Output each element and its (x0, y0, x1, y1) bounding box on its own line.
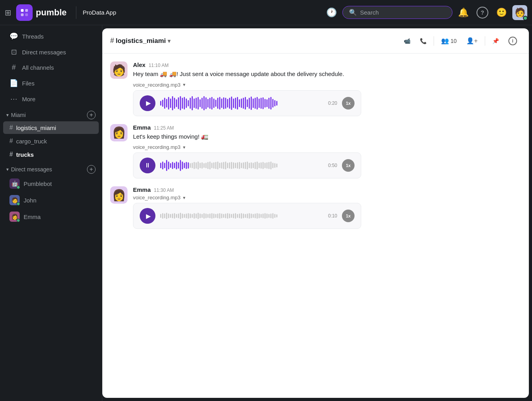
voice-call-button[interactable]: 📞 (416, 35, 430, 46)
dm-item-john[interactable]: 🧑 John (3, 192, 99, 208)
emma-voice-file-label-2[interactable]: voice_recording.mp3 ▾ (133, 195, 521, 200)
emma-voice-player-2: ▶ 0:10 1x (133, 203, 361, 229)
top-header: ⊞ pumble ProData App 🕐 🔍 🔔 ? 🙂 🧑 (0, 0, 532, 25)
dm-chevron-icon: ▾ (6, 167, 9, 172)
emma-speed-button-1[interactable]: 1x (342, 159, 355, 172)
emma-speed-button-2[interactable]: 1x (342, 210, 355, 222)
emma-avatar-msg2: 👩 (110, 124, 127, 141)
alex-speed-button[interactable]: 1x (342, 97, 355, 110)
emma-play-button-2[interactable]: ▶ (140, 208, 155, 224)
app-name: pumble (36, 7, 66, 18)
members-icon: 👥 (441, 37, 449, 45)
emma-message-content-1: Emma 11:25 AM Let's keep things moving! … (133, 124, 521, 179)
emma-voice-player-1: ⏸ 0:50 1x (133, 152, 361, 178)
dm-icon: ⊡ (9, 48, 18, 56)
add-channel-button[interactable]: + (87, 111, 96, 119)
voice-chevron-1: ▾ (183, 82, 185, 87)
alex-waveform (160, 96, 320, 110)
sidebar-item-threads[interactable]: 💬 Threads (3, 29, 99, 44)
header-divider (76, 6, 76, 19)
phone-icon: 📞 (420, 38, 427, 44)
add-member-icon: 👤+ (466, 37, 478, 45)
bell-icon[interactable]: 🔔 (458, 7, 469, 18)
alex-play-button[interactable]: ▶ (140, 95, 155, 111)
header-vdivider-1 (434, 36, 434, 46)
dm-section-label: Direct messages (11, 166, 52, 173)
emma-time-2: 11:30 AM (154, 188, 174, 193)
voice-filename-2: voice_recording.mp3 (133, 144, 181, 150)
channels-icon: # (9, 63, 18, 72)
sidebar-item-all-channels[interactable]: # All channels (3, 60, 99, 75)
help-icon[interactable]: ? (477, 7, 488, 19)
sidebar-item-direct-messages[interactable]: ⊡ Direct messages (3, 45, 99, 59)
search-input[interactable] (360, 9, 446, 16)
svg-rect-0 (21, 9, 24, 12)
alex-avatar: 🧑 (110, 61, 127, 79)
video-call-button[interactable]: 📹 (400, 35, 414, 46)
section-miami-left: ▾ Miami (6, 112, 26, 118)
emma-msg-header-1: Emma 11:25 AM (133, 124, 521, 131)
sidebar-item-files[interactable]: 📄 Files (3, 76, 99, 91)
table-row: 👩 Emma 11:30 AM voice_recording.mp3 ▾ ▶ (110, 186, 521, 229)
voice-chevron-2: ▾ (183, 145, 185, 150)
voice-filename-1: voice_recording.mp3 (133, 82, 181, 88)
user-avatar-wrap[interactable]: 🧑 (512, 5, 527, 20)
threads-icon: 💬 (9, 32, 18, 41)
info-button[interactable]: i (504, 34, 521, 48)
grid-icon[interactable]: ⊞ (5, 8, 11, 17)
channel-item-trucks[interactable]: # trucks (3, 148, 99, 161)
emma-avatar-msg3: 👩 (110, 186, 127, 204)
header-vdivider-2 (485, 36, 485, 46)
john-label: John (24, 197, 37, 204)
threads-label: Threads (22, 33, 44, 40)
dm-item-emma[interactable]: 👩 Emma (3, 209, 99, 225)
emma-voice-file-label-1[interactable]: voice_recording.mp3 ▾ (133, 144, 521, 150)
svg-rect-2 (21, 13, 24, 16)
pin-button[interactable]: 📌 (488, 35, 503, 46)
channel-item-cargo-truck[interactable]: # cargo_truck (3, 135, 99, 147)
sidebar: 💬 Threads ⊡ Direct messages # All channe… (0, 25, 102, 401)
add-dm-button[interactable]: + (87, 165, 96, 174)
chevron-down-icon: ▾ (6, 112, 9, 118)
hash-icon: # (9, 124, 13, 131)
alex-play-icon: ▶ (146, 99, 151, 107)
search-box[interactable]: 🔍 (342, 6, 453, 19)
logo-box (16, 4, 33, 21)
channel-item-logistics-miami[interactable]: # logistics_miami (3, 121, 99, 134)
channel-title[interactable]: # logistics_miami ▾ (110, 37, 170, 45)
section-dm[interactable]: ▾ Direct messages + (0, 161, 102, 175)
channel-chevron-icon: ▾ (168, 38, 170, 44)
files-label: Files (22, 80, 35, 87)
main-layout: 💬 Threads ⊡ Direct messages # All channe… (0, 25, 532, 401)
sidebar-item-more[interactable]: ⋯ More (3, 91, 99, 106)
svg-rect-1 (25, 9, 28, 12)
channels-label: All channels (22, 64, 54, 71)
emma-message-content-2: Emma 11:30 AM voice_recording.mp3 ▾ ▶ 0:… (133, 186, 521, 229)
emma-author-2: Emma (133, 186, 151, 193)
dm-item-pumblebot[interactable]: 🤖 Pumblebot (3, 176, 99, 191)
emma-msg-header-2: Emma 11:30 AM (133, 186, 521, 193)
header-actions: 📹 📞 👥 10 👤+ 📌 i (400, 34, 521, 48)
dm-label: Direct messages (22, 49, 66, 56)
pin-icon: 📌 (492, 38, 499, 44)
emma-play-icon-2: ▶ (146, 212, 151, 220)
table-row: 👩 Emma 11:25 AM Let's keep things moving… (110, 124, 521, 179)
add-member-button[interactable]: 👤+ (462, 35, 482, 47)
emma-duration-1: 0:50 (325, 163, 337, 168)
pumblebot-label: Pumblebot (24, 180, 52, 187)
alex-voice-file-label[interactable]: voice_recording.mp3 ▾ (133, 82, 521, 88)
emma-pause-icon: ⏸ (144, 162, 151, 169)
emma-time-1: 11:25 AM (154, 125, 174, 131)
members-button[interactable]: 👥 10 (437, 35, 461, 47)
section-miami[interactable]: ▾ Miami + (0, 107, 102, 121)
history-icon[interactable]: 🕐 (326, 7, 337, 18)
alex-author: Alex (133, 61, 146, 68)
workspace-name: ProData App (83, 9, 116, 16)
hash-icon-2: # (9, 137, 13, 145)
alex-time: 11:10 AM (149, 63, 169, 68)
emma-waveform-1 (160, 158, 320, 173)
emma-pause-button[interactable]: ⏸ (140, 158, 155, 173)
emoji-icon[interactable]: 🙂 (496, 7, 507, 18)
more-icon: ⋯ (9, 95, 18, 103)
chat-header: # logistics_miami ▾ 📹 📞 👥 10 👤+ (102, 28, 529, 54)
